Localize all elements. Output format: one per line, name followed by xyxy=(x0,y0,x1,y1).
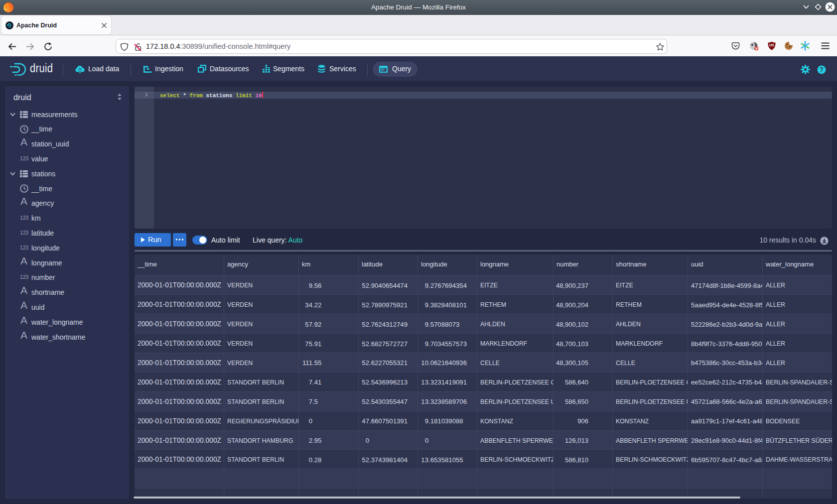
svg-text:UO: UO xyxy=(769,43,774,47)
svg-text:?: ? xyxy=(820,66,823,73)
